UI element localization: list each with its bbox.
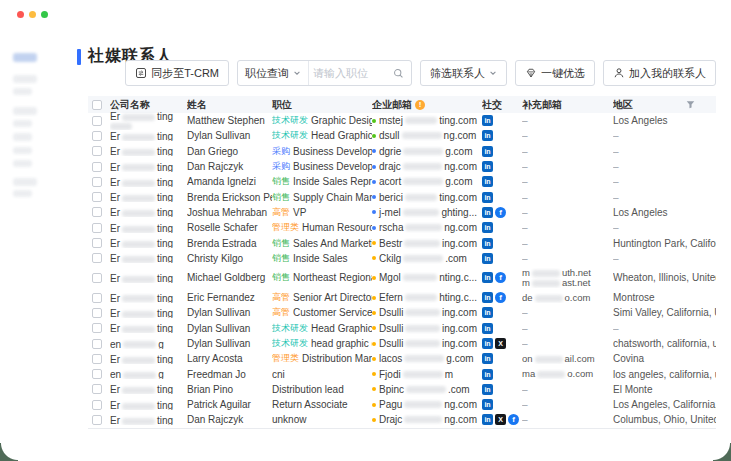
filter-contacts-button[interactable]: 筛选联系人 bbox=[420, 60, 507, 86]
table-row[interactable]: Erting Christy Kilgo 销售 Inside Sales Cki… bbox=[88, 251, 716, 266]
email-cell: drajcng.com bbox=[372, 161, 482, 172]
social-cell: in bbox=[482, 176, 522, 187]
row-checkbox[interactable] bbox=[92, 323, 102, 333]
sidebar-skeleton-item bbox=[13, 107, 37, 115]
position-cell: 高管 VP bbox=[272, 206, 372, 219]
table-body: Erting Matthew Stephen 技术研发 Graphic Desi… bbox=[88, 113, 716, 429]
table-row[interactable]: Erting Eric Fernandez 高管 Senior Art Dire… bbox=[88, 290, 716, 305]
region-cell: – bbox=[613, 192, 716, 203]
table-row[interactable]: Erting Matthew Stephen 技术研发 Graphic Desi… bbox=[88, 113, 716, 128]
contact-name: Dylan Sullivan bbox=[187, 338, 272, 349]
linkedin-icon[interactable]: in bbox=[482, 338, 493, 349]
row-checkbox[interactable] bbox=[92, 162, 102, 172]
row-checkbox[interactable] bbox=[92, 293, 102, 303]
company-cell: Erting bbox=[110, 323, 187, 333]
facebook-icon[interactable]: f bbox=[495, 207, 506, 218]
row-checkbox[interactable] bbox=[92, 223, 102, 233]
x-icon[interactable]: X bbox=[495, 338, 506, 349]
linkedin-icon[interactable]: in bbox=[482, 176, 493, 187]
linkedin-icon[interactable]: in bbox=[482, 115, 493, 126]
table-row[interactable]: Erting Roselle Schafer 管理类 Human Resourc… bbox=[88, 220, 716, 235]
row-checkbox[interactable] bbox=[92, 253, 102, 263]
table-row[interactable]: Erting Joshua Mehraban 高管 VP j-melghting… bbox=[88, 205, 716, 220]
table-row[interactable]: Erting Brenda Estrada 销售 Sales And Marke… bbox=[88, 235, 716, 250]
row-checkbox[interactable] bbox=[92, 384, 102, 394]
region-cell: Los Angeles bbox=[613, 115, 716, 126]
facebook-icon[interactable]: f bbox=[495, 292, 506, 303]
linkedin-icon[interactable]: in bbox=[482, 369, 493, 380]
table-row[interactable]: Erting Dan Griego 采购 Business Developmen… bbox=[88, 144, 716, 159]
linkedin-icon[interactable]: in bbox=[482, 414, 493, 425]
linkedin-icon[interactable]: in bbox=[482, 192, 493, 203]
linkedin-icon[interactable]: in bbox=[482, 272, 493, 283]
row-checkbox[interactable] bbox=[92, 177, 102, 187]
contacts-table: 公司名称 姓名 职位 企业邮箱 ! 社交 补充邮箱 地区 Erting bbox=[88, 96, 716, 429]
table-row[interactable]: eng Dylan Sullivan 技术研发 head graphic des… bbox=[88, 336, 716, 351]
select-all-checkbox[interactable] bbox=[92, 100, 102, 110]
position-tag: 高管 bbox=[272, 306, 290, 319]
facebook-icon[interactable]: f bbox=[495, 272, 506, 283]
linkedin-icon[interactable]: in bbox=[482, 353, 493, 364]
email-cell: Dsulliing.com bbox=[372, 323, 482, 334]
table-row[interactable]: Erting Patrick Aguilar Return Associate … bbox=[88, 397, 716, 412]
sidebar-skeleton-item bbox=[13, 160, 32, 167]
sync-crm-button[interactable]: 同步至T-CRM bbox=[125, 60, 229, 86]
email-cell: Drajcng.com bbox=[372, 414, 482, 425]
region-filter-icon[interactable] bbox=[686, 100, 695, 109]
supp-email-cell: mao.com bbox=[522, 369, 613, 379]
table-row[interactable]: Erting Dan Rajczyk 采购 Business Developme… bbox=[88, 159, 716, 174]
table-row[interactable]: Erting Dan Rajczyk unknow Drajcng.com in… bbox=[88, 412, 716, 427]
row-checkbox[interactable] bbox=[92, 192, 102, 202]
row-checkbox[interactable] bbox=[92, 131, 102, 141]
row-checkbox[interactable] bbox=[92, 369, 102, 379]
linkedin-icon[interactable]: in bbox=[482, 130, 493, 141]
table-row[interactable]: Erting Michael Goldberg 销售 Northeast Reg… bbox=[88, 266, 716, 290]
table-row[interactable]: Erting Brenda Erickson Pe 销售 Supply Chai… bbox=[88, 189, 716, 204]
email-cell: Dsulliing.com bbox=[372, 307, 482, 318]
row-checkbox[interactable] bbox=[92, 116, 102, 126]
optimize-button[interactable]: 一键优选 bbox=[515, 60, 595, 86]
linkedin-icon[interactable]: in bbox=[482, 399, 493, 410]
table-row[interactable]: Erting Dylan Sullivan 高管 Customer Servic… bbox=[88, 305, 716, 320]
window: 社媒联系人 同步至T-CRM 职位查询 bbox=[0, 0, 731, 461]
row-checkbox[interactable] bbox=[92, 308, 102, 318]
row-checkbox[interactable] bbox=[92, 339, 102, 349]
supp-email-cell: – bbox=[522, 176, 613, 187]
row-checkbox[interactable] bbox=[92, 146, 102, 156]
linkedin-icon[interactable]: in bbox=[482, 238, 493, 249]
table-row[interactable]: Erting Dylan Sullivan 技术研发 Head Graphic … bbox=[88, 321, 716, 336]
linkedin-icon[interactable]: in bbox=[482, 292, 493, 303]
email-status-dot bbox=[372, 134, 376, 138]
facebook-icon[interactable]: f bbox=[508, 414, 519, 425]
contact-name: Christy Kilgo bbox=[187, 253, 272, 264]
row-checkbox[interactable] bbox=[92, 207, 102, 217]
row-checkbox[interactable] bbox=[92, 273, 102, 283]
position-search-input[interactable] bbox=[309, 67, 393, 79]
linkedin-icon[interactable]: in bbox=[482, 323, 493, 334]
x-icon[interactable]: X bbox=[495, 414, 506, 425]
table-row[interactable]: eng Freedman Jo cni Fjodim in mao.com lo… bbox=[88, 366, 716, 381]
row-checkbox[interactable] bbox=[92, 354, 102, 364]
linkedin-icon[interactable]: in bbox=[482, 207, 493, 218]
social-cell: in bbox=[482, 130, 522, 141]
position-query-dropdown[interactable]: 职位查询 bbox=[238, 61, 309, 85]
linkedin-icon[interactable]: in bbox=[482, 146, 493, 157]
linkedin-icon[interactable]: in bbox=[482, 307, 493, 318]
company-cell: Erting bbox=[110, 223, 187, 233]
row-checkbox[interactable] bbox=[92, 238, 102, 248]
add-contacts-button[interactable]: 加入我的联系人 bbox=[603, 60, 716, 86]
table-row[interactable]: Erting Brian Pino Distribution lead Bpin… bbox=[88, 382, 716, 397]
table-row[interactable]: Erting Dylan Sullivan 技术研发 Head Graphic … bbox=[88, 128, 716, 143]
row-checkbox[interactable] bbox=[92, 415, 102, 425]
position-tag: 技术研发 bbox=[272, 322, 308, 335]
email-info-icon[interactable]: ! bbox=[415, 100, 425, 110]
linkedin-icon[interactable]: in bbox=[482, 384, 493, 395]
social-cell: in bbox=[482, 307, 522, 318]
linkedin-icon[interactable]: in bbox=[482, 253, 493, 264]
region-cell: los angeles, california, unit... bbox=[613, 369, 716, 380]
linkedin-icon[interactable]: in bbox=[482, 222, 493, 233]
table-row[interactable]: Erting Amanda Ignelzi 销售 Inside Sales Re… bbox=[88, 174, 716, 189]
linkedin-icon[interactable]: in bbox=[482, 161, 493, 172]
table-row[interactable]: Erting Larry Acosta 管理类 Distribution Man… bbox=[88, 351, 716, 366]
row-checkbox[interactable] bbox=[92, 400, 102, 410]
